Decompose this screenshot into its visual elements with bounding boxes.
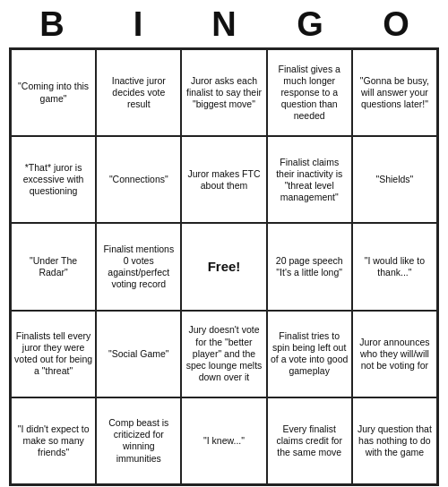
bingo-letter: B (13, 5, 90, 44)
bingo-letter: I (99, 5, 177, 44)
bingo-cell: "I didn't expect to make so many friends… (11, 397, 96, 484)
bingo-cell: 20 page speech "It's a little long" (267, 223, 352, 310)
bingo-cell: "I knew..." (181, 397, 266, 484)
bingo-cell: Finalist mentions 0 votes against/perfec… (96, 223, 181, 310)
bingo-cell: "Under The Radar" (11, 223, 96, 310)
bingo-cell: Every finalist claims credit for the sam… (267, 397, 352, 484)
bingo-cell: "Coming into this game" (11, 49, 96, 136)
bingo-cell: Juror makes FTC about them (181, 136, 266, 223)
free-space: Free! (181, 223, 266, 310)
bingo-cell: Juror asks each finalist to say their "b… (181, 49, 266, 136)
bingo-cell: Comp beast is criticized for winning imm… (96, 397, 181, 484)
bingo-cell: "I would like to thank..." (352, 223, 437, 310)
bingo-cell: Juror announces who they will/will not b… (352, 311, 437, 397)
bingo-cell: Inactive juror decides vote result (96, 49, 181, 136)
bingo-cell: Finalist gives a much longer response to… (267, 49, 352, 136)
bingo-cell: *That* juror is excessive with questioni… (11, 136, 96, 223)
bingo-cell: Finalist tries to spin being left out of… (267, 311, 352, 397)
bingo-letter: G (271, 5, 349, 44)
bingo-cell: "Shields" (352, 136, 437, 223)
bingo-title: BINGO (9, 0, 439, 47)
bingo-letter: O (358, 5, 435, 44)
bingo-cell: "Connections" (96, 136, 181, 223)
bingo-grid: "Coming into this game"Inactive juror de… (9, 47, 439, 486)
bingo-cell: Jury question that has nothing to do wit… (352, 397, 437, 484)
bingo-cell: "Social Game" (96, 311, 181, 397)
bingo-cell: Jury doesn't vote for the "better player… (181, 311, 266, 397)
bingo-cell: "Gonna be busy, will answer your questio… (352, 49, 437, 136)
bingo-cell: Finalists tell every juror they were vot… (11, 311, 96, 397)
bingo-cell: Finalist claims their inactivity is "thr… (267, 136, 352, 223)
bingo-letter: N (185, 5, 263, 44)
